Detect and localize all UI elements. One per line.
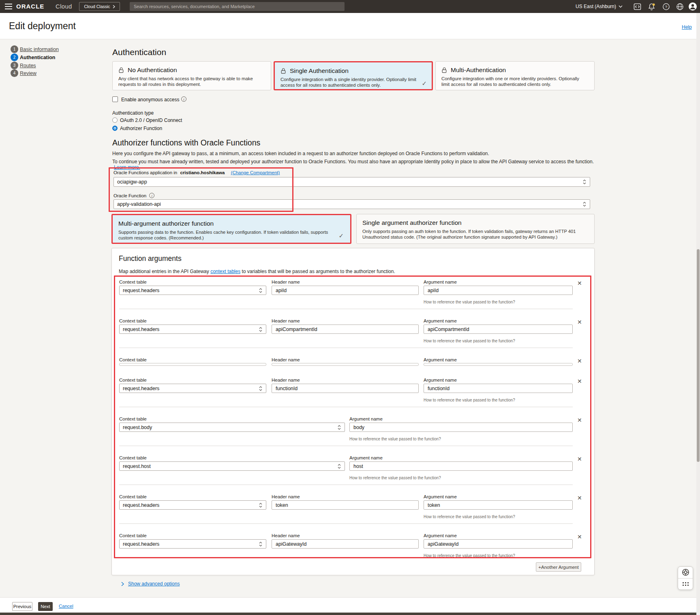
oracle-logo: ORACLE (16, 3, 44, 10)
context-table-select[interactable]: request.headers (119, 539, 266, 549)
support-lifering-icon[interactable] (678, 567, 693, 578)
card-multi-argument-authorizer[interactable]: Multi-argument authorizer function Suppo… (111, 214, 351, 244)
argument-name-input[interactable] (424, 384, 573, 393)
header-name-input[interactable] (272, 539, 419, 549)
card-no-authentication[interactable]: No Authentication Any client that has ne… (112, 61, 271, 90)
page-title: Edit deployment (9, 21, 76, 32)
context-table-select[interactable]: request.headers (119, 384, 266, 393)
header-name-label: Header name (272, 378, 300, 382)
argument-name-input[interactable] (424, 286, 573, 295)
authorizer-paragraph-1: Here you configure the API gateway to pa… (112, 151, 578, 156)
card-description: Supports passing data to the function. E… (118, 230, 338, 241)
argument-name-input[interactable] (424, 500, 573, 510)
argument-helper-text: How to reference the value passed to the… (424, 398, 515, 402)
oracle-function-label: Oracle Function i (113, 193, 154, 198)
info-icon[interactable]: i (149, 193, 154, 198)
cloud-classic-button[interactable]: Cloud Classic (79, 2, 120, 11)
search-input[interactable] (130, 2, 345, 11)
context-table-select[interactable]: request.body (119, 423, 345, 432)
context-table-select[interactable] (119, 363, 266, 366)
context-tables-link[interactable]: context tables (210, 269, 240, 274)
remove-argument-icon[interactable]: ✕ (577, 319, 582, 325)
header-name-input[interactable] (272, 363, 419, 366)
remove-argument-icon[interactable]: ✕ (577, 378, 582, 384)
step-circle-4: 4 (11, 69, 18, 77)
step-circle-3: 3 (11, 62, 18, 69)
card-single-argument-authorizer[interactable]: Single argument authorizer function Only… (356, 214, 595, 244)
remove-argument-icon[interactable]: ✕ (577, 280, 582, 286)
step-basic-information[interactable]: Basic information (20, 47, 59, 52)
cancel-link[interactable]: Cancel (59, 604, 73, 609)
learn-more-link[interactable]: Learn more. (114, 164, 140, 170)
remove-argument-icon[interactable]: ✕ (577, 456, 582, 462)
card-title: Single argument authorizer function (362, 219, 462, 226)
region-selector[interactable]: US East (Ashburn) (576, 4, 627, 9)
radio-oauth-label: OAuth 2.0 / OpenID Connect (120, 117, 182, 123)
radio-oauth[interactable] (112, 117, 118, 123)
oracle-function-select[interactable]: apply-validation-api (113, 199, 590, 209)
remove-argument-icon[interactable]: ✕ (577, 534, 582, 540)
select-updown-icon (259, 502, 263, 508)
remove-argument-icon[interactable]: ✕ (577, 495, 582, 501)
context-table-label: Context table (119, 533, 147, 538)
functions-application-value: ociapigw-app (117, 179, 147, 185)
user-avatar[interactable] (689, 2, 697, 11)
argument-name-input[interactable] (424, 363, 573, 366)
help-icon[interactable]: ? (662, 3, 670, 11)
card-single-authentication[interactable]: Single Authentication Configure integrat… (274, 61, 433, 90)
header-name-label: Header name (272, 318, 300, 323)
select-updown-icon (582, 179, 587, 185)
authorizer-paragraph-2: To continue you must have already writte… (112, 159, 595, 170)
step-routes[interactable]: Routes (20, 63, 36, 68)
header-name-input[interactable] (272, 325, 419, 334)
argument-name-label: Argument name (424, 533, 457, 538)
scrollbar-thumb[interactable] (697, 249, 700, 462)
authorizer-functions-heading: Authorizer functions with Oracle Functio… (112, 138, 260, 147)
argument-name-input[interactable] (424, 325, 573, 334)
radio-authorizer-function[interactable] (112, 126, 118, 131)
context-table-select[interactable]: request.headers (119, 500, 266, 510)
selected-check-icon: ✓ (338, 232, 344, 239)
step-authentication: Authentication (20, 55, 56, 60)
language-globe-icon[interactable] (676, 3, 684, 11)
argument-name-label: Argument name (424, 280, 457, 284)
oracle-logo-cloud: Cloud (56, 3, 72, 10)
info-icon[interactable]: i (181, 96, 186, 102)
help-link[interactable]: Help (682, 24, 692, 30)
next-button[interactable]: Next (38, 602, 53, 611)
top-navigation-bar: ORACLE Cloud Cloud Classic US East (Ashb… (0, 0, 700, 13)
argument-name-input[interactable] (349, 423, 573, 432)
oracle-function-value: apply-validation-api (117, 201, 161, 207)
header-name-input[interactable] (272, 500, 419, 510)
authentication-heading: Authentication (112, 47, 166, 57)
header-name-label: Header name (272, 280, 300, 284)
step-review[interactable]: Review (20, 70, 36, 76)
show-advanced-options-link[interactable]: Show advanced options (128, 581, 180, 587)
argument-name-label: Argument name (349, 455, 383, 460)
previous-button[interactable]: Previous (12, 602, 32, 611)
header-name-input[interactable] (272, 384, 419, 393)
argument-helper-text: How to reference the value passed to the… (424, 553, 515, 558)
enable-anonymous-access-checkbox[interactable] (112, 96, 118, 102)
argument-name-label: Argument name (424, 318, 457, 323)
row-divider (119, 446, 573, 446)
quick-actions-grid-icon[interactable] (678, 578, 693, 589)
argument-name-input[interactable] (349, 461, 573, 471)
remove-argument-icon[interactable]: ✕ (577, 358, 582, 364)
context-table-select[interactable]: request.headers (119, 325, 266, 334)
another-argument-button[interactable]: +Another Argument (536, 562, 581, 572)
context-table-select[interactable]: request.headers (119, 286, 266, 295)
argument-name-input[interactable] (424, 539, 573, 549)
card-multi-authentication[interactable]: Multi-Authentication Configure integrati… (435, 61, 595, 90)
lock-closed-icon (280, 68, 286, 74)
row-divider (119, 523, 573, 524)
context-table-select[interactable]: request.host (119, 461, 345, 471)
header-name-input[interactable] (272, 286, 419, 295)
change-compartment-link[interactable]: (Change Compartment) (231, 170, 280, 175)
hamburger-menu-icon[interactable] (5, 4, 12, 9)
cloud-shell-icon[interactable] (634, 3, 641, 11)
functions-application-select[interactable]: ociapigw-app (113, 177, 590, 187)
notifications-bell-icon[interactable] (648, 3, 655, 11)
header-name-label: Header name (272, 533, 300, 538)
remove-argument-icon[interactable]: ✕ (577, 417, 582, 423)
